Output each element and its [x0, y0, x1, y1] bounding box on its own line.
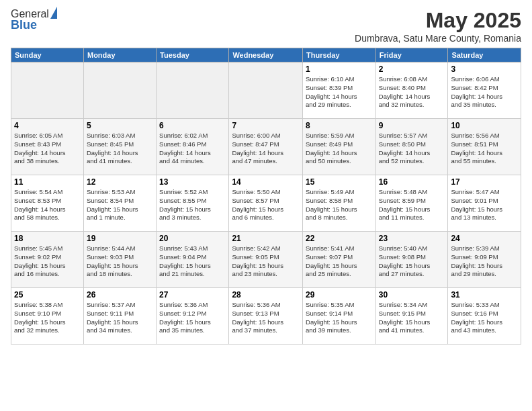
day-info: Sunrise: 5:36 AMSunset: 9:12 PMDaylight:… — [159, 301, 211, 334]
day-info: Sunrise: 6:06 AMSunset: 8:42 PMDaylight:… — [451, 75, 502, 108]
day-number: 6 — [159, 121, 226, 130]
table-row: 30Sunrise: 5:34 AMSunset: 9:15 PMDayligh… — [375, 288, 448, 345]
table-row: 27Sunrise: 5:36 AMSunset: 9:12 PMDayligh… — [157, 288, 229, 345]
table-row: 16Sunrise: 5:48 AMSunset: 8:59 PMDayligh… — [375, 175, 448, 232]
day-info: Sunrise: 6:00 AMSunset: 8:47 PMDaylight:… — [232, 132, 283, 165]
day-info: Sunrise: 5:50 AMSunset: 8:57 PMDaylight:… — [232, 188, 283, 221]
day-info: Sunrise: 5:40 AMSunset: 9:08 PMDaylight:… — [379, 244, 431, 277]
day-info: Sunrise: 6:05 AMSunset: 8:43 PMDaylight:… — [14, 132, 66, 165]
table-row: 20Sunrise: 5:43 AMSunset: 9:04 PMDayligh… — [157, 232, 229, 288]
day-number: 26 — [87, 290, 153, 300]
calendar-table: Sunday Monday Tuesday Wednesday Thursday… — [11, 48, 521, 345]
table-row: 3Sunrise: 6:06 AMSunset: 8:42 PMDaylight… — [448, 62, 521, 119]
title-block: May 2025 Dumbrava, Satu Mare County, Rom… — [355, 8, 521, 44]
day-number: 12 — [87, 177, 153, 187]
day-info: Sunrise: 5:54 AMSunset: 8:53 PMDaylight:… — [14, 188, 66, 221]
col-saturday: Saturday — [448, 48, 521, 62]
day-number: 13 — [159, 177, 226, 187]
day-number: 30 — [379, 290, 445, 300]
logo-blue-text: Blue — [11, 19, 57, 32]
day-info: Sunrise: 6:03 AMSunset: 8:45 PMDaylight:… — [87, 132, 138, 165]
table-row: 5Sunrise: 6:03 AMSunset: 8:45 PMDaylight… — [83, 119, 156, 175]
day-info: Sunrise: 5:35 AMSunset: 9:14 PMDaylight:… — [306, 301, 357, 334]
day-number: 10 — [451, 121, 518, 130]
table-row: 28Sunrise: 5:36 AMSunset: 9:13 PMDayligh… — [229, 288, 303, 345]
month-year: May 2025 — [355, 8, 521, 33]
day-number: 9 — [379, 121, 445, 130]
col-tuesday: Tuesday — [157, 48, 229, 62]
table-row: 17Sunrise: 5:47 AMSunset: 9:01 PMDayligh… — [448, 175, 521, 232]
day-number: 2 — [379, 64, 445, 74]
table-row: 2Sunrise: 6:08 AMSunset: 8:40 PMDaylight… — [375, 62, 448, 119]
table-row: 13Sunrise: 5:52 AMSunset: 8:55 PMDayligh… — [157, 175, 229, 232]
col-sunday: Sunday — [11, 48, 84, 62]
day-number: 15 — [306, 177, 373, 187]
day-number: 19 — [87, 234, 153, 243]
table-row: 7Sunrise: 6:00 AMSunset: 8:47 PMDaylight… — [229, 119, 303, 175]
table-row: 23Sunrise: 5:40 AMSunset: 9:08 PMDayligh… — [375, 232, 448, 288]
day-info: Sunrise: 5:53 AMSunset: 8:54 PMDaylight:… — [87, 188, 138, 221]
day-number: 8 — [306, 121, 373, 130]
day-number: 4 — [14, 121, 81, 130]
day-number: 28 — [232, 290, 300, 300]
logo: General Blue — [11, 8, 57, 32]
day-info: Sunrise: 5:45 AMSunset: 9:02 PMDaylight:… — [14, 244, 66, 277]
day-info: Sunrise: 5:56 AMSunset: 8:51 PMDaylight:… — [451, 132, 502, 165]
calendar-week-row: 18Sunrise: 5:45 AMSunset: 9:02 PMDayligh… — [11, 232, 521, 288]
day-number: 21 — [232, 234, 300, 243]
day-number: 16 — [379, 177, 445, 187]
day-number: 23 — [379, 234, 445, 243]
table-row: 6Sunrise: 6:02 AMSunset: 8:46 PMDaylight… — [157, 119, 229, 175]
day-info: Sunrise: 5:48 AMSunset: 8:59 PMDaylight:… — [379, 188, 431, 221]
day-number: 3 — [451, 64, 518, 74]
logo-triangle-icon — [50, 7, 57, 19]
day-number: 24 — [451, 234, 518, 243]
day-number: 18 — [14, 234, 81, 243]
table-row: 21Sunrise: 5:42 AMSunset: 9:05 PMDayligh… — [229, 232, 303, 288]
table-row: 15Sunrise: 5:49 AMSunset: 8:58 PMDayligh… — [303, 175, 376, 232]
day-number: 17 — [451, 177, 518, 187]
day-number: 7 — [232, 121, 300, 130]
day-info: Sunrise: 5:42 AMSunset: 9:05 PMDaylight:… — [232, 244, 283, 277]
table-row: 9Sunrise: 5:57 AMSunset: 8:50 PMDaylight… — [375, 119, 448, 175]
col-thursday: Thursday — [303, 48, 376, 62]
day-info: Sunrise: 5:44 AMSunset: 9:03 PMDaylight:… — [87, 244, 138, 277]
table-row: 4Sunrise: 6:05 AMSunset: 8:43 PMDaylight… — [11, 119, 84, 175]
table-row: 1Sunrise: 6:10 AMSunset: 8:39 PMDaylight… — [303, 62, 376, 119]
day-info: Sunrise: 5:59 AMSunset: 8:49 PMDaylight:… — [306, 132, 357, 165]
col-wednesday: Wednesday — [229, 48, 303, 62]
day-info: Sunrise: 5:38 AMSunset: 9:10 PMDaylight:… — [14, 301, 66, 334]
day-info: Sunrise: 6:10 AMSunset: 8:39 PMDaylight:… — [306, 75, 357, 108]
day-info: Sunrise: 6:08 AMSunset: 8:40 PMDaylight:… — [379, 75, 431, 108]
day-info: Sunrise: 5:34 AMSunset: 9:15 PMDaylight:… — [379, 301, 431, 334]
day-info: Sunrise: 5:52 AMSunset: 8:55 PMDaylight:… — [159, 188, 211, 221]
day-info: Sunrise: 5:37 AMSunset: 9:11 PMDaylight:… — [87, 301, 138, 334]
table-row: 14Sunrise: 5:50 AMSunset: 8:57 PMDayligh… — [229, 175, 303, 232]
day-number: 31 — [451, 290, 518, 300]
table-row: 8Sunrise: 5:59 AMSunset: 8:49 PMDaylight… — [303, 119, 376, 175]
header: General Blue May 2025 Dumbrava, Satu Mar… — [11, 8, 521, 44]
table-row: 26Sunrise: 5:37 AMSunset: 9:11 PMDayligh… — [83, 288, 156, 345]
table-row: 31Sunrise: 5:33 AMSunset: 9:16 PMDayligh… — [448, 288, 521, 345]
day-info: Sunrise: 5:47 AMSunset: 9:01 PMDaylight:… — [451, 188, 502, 221]
day-number: 22 — [306, 234, 373, 243]
table-row: 10Sunrise: 5:56 AMSunset: 8:51 PMDayligh… — [448, 119, 521, 175]
table-row: 18Sunrise: 5:45 AMSunset: 9:02 PMDayligh… — [11, 232, 84, 288]
table-row — [11, 62, 84, 119]
col-monday: Monday — [83, 48, 156, 62]
table-row: 19Sunrise: 5:44 AMSunset: 9:03 PMDayligh… — [83, 232, 156, 288]
day-info: Sunrise: 5:57 AMSunset: 8:50 PMDaylight:… — [379, 132, 431, 165]
calendar-week-row: 1Sunrise: 6:10 AMSunset: 8:39 PMDaylight… — [11, 62, 521, 119]
day-number: 29 — [306, 290, 373, 300]
calendar-week-row: 4Sunrise: 6:05 AMSunset: 8:43 PMDaylight… — [11, 119, 521, 175]
table-row: 24Sunrise: 5:39 AMSunset: 9:09 PMDayligh… — [448, 232, 521, 288]
table-row: 29Sunrise: 5:35 AMSunset: 9:14 PMDayligh… — [303, 288, 376, 345]
day-number: 11 — [14, 177, 81, 187]
calendar-header-row: Sunday Monday Tuesday Wednesday Thursday… — [11, 48, 521, 62]
day-info: Sunrise: 5:39 AMSunset: 9:09 PMDaylight:… — [451, 244, 502, 277]
calendar-week-row: 25Sunrise: 5:38 AMSunset: 9:10 PMDayligh… — [11, 288, 521, 345]
day-number: 1 — [306, 64, 373, 74]
day-info: Sunrise: 5:36 AMSunset: 9:13 PMDaylight:… — [232, 301, 283, 334]
day-info: Sunrise: 5:41 AMSunset: 9:07 PMDaylight:… — [306, 244, 357, 277]
day-info: Sunrise: 5:43 AMSunset: 9:04 PMDaylight:… — [159, 244, 211, 277]
